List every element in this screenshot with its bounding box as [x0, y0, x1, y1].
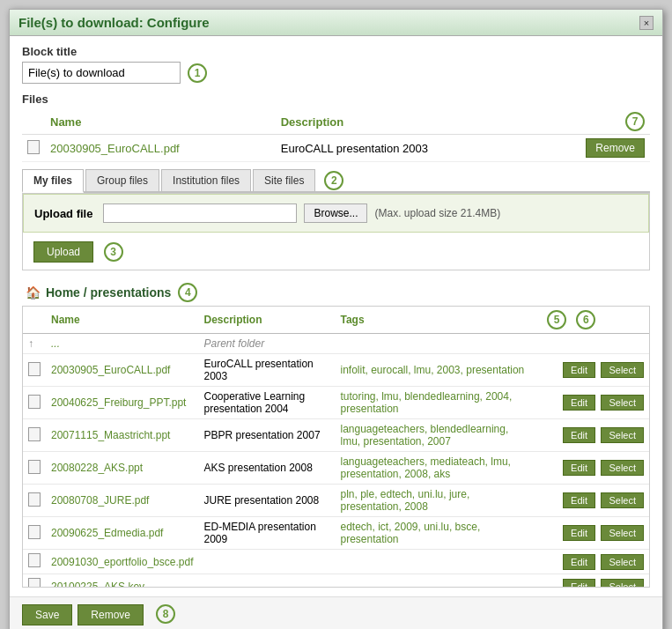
fl-file-link[interactable]: 20090625_Edmedia.pdf: [51, 527, 163, 539]
edit-button[interactable]: Edit: [563, 492, 595, 508]
fl-tags-cell: edtech, ict, 2009, uni.lu, bsce, present…: [335, 517, 535, 550]
fl-actions-cell: Edit Select: [535, 452, 649, 485]
edit-button[interactable]: Edit: [563, 427, 595, 443]
fl-tags-cell: tutoring, lmu, blendedlearning, 2004, pr…: [335, 387, 535, 419]
dialog-title: File(s) to download: Configure: [18, 15, 210, 30]
fl-name-cell: 20080228_AKS.ppt: [46, 452, 198, 485]
fl-th-actions: 5 6: [535, 307, 649, 334]
select-button[interactable]: Select: [601, 460, 644, 476]
select-button[interactable]: Select: [601, 525, 644, 541]
select-button[interactable]: Select: [601, 492, 644, 508]
block-title-input[interactable]: [22, 62, 181, 84]
fl-file-link[interactable]: 20080708_JURE.pdf: [51, 494, 149, 507]
fl-file-link[interactable]: 20030905_EuroCALL.pdf: [51, 364, 170, 376]
fl-desc-cell: Cooperative Learning presentation 2004: [198, 387, 335, 419]
save-button[interactable]: Save: [22, 604, 72, 625]
edit-button[interactable]: Edit: [563, 362, 595, 378]
dialog: File(s) to download: Configure × Block t…: [9, 9, 663, 629]
circle-1: 1: [188, 63, 207, 83]
circle-2: 2: [324, 171, 343, 190]
fl-actions-cell: [535, 334, 649, 354]
fl-icon-cell: ↑: [23, 334, 46, 354]
fl-file-link[interactable]: 20071115_Maastricht.ppt: [51, 429, 170, 441]
close-button[interactable]: ×: [639, 16, 654, 30]
tabs-container: My files Group files Institution files S…: [22, 169, 650, 270]
fl-desc-cell: PBPR presentation 2007: [198, 419, 335, 452]
fl-th-icon: [23, 307, 46, 334]
fl-name-cell: 20080708_JURE.pdf: [46, 485, 198, 517]
remove-bottom-button[interactable]: Remove: [78, 604, 144, 625]
circle-7: 7: [625, 112, 645, 131]
fl-icon-cell: [23, 517, 46, 550]
file-list-container: Name Description Tags 5 6 ↑ ... Parent f…: [22, 306, 650, 588]
select-button[interactable]: Select: [601, 579, 644, 588]
file-icon: [28, 492, 41, 507]
tab-site-files[interactable]: Site files: [253, 169, 315, 191]
tab-institution-files[interactable]: Institution files: [161, 169, 251, 191]
circle-4: 4: [178, 283, 197, 302]
file-list-row: 20090625_Edmedia.pdf ED-MEDIA presentati…: [23, 517, 649, 550]
upload-file-input[interactable]: [103, 204, 297, 223]
select-button[interactable]: Select: [601, 554, 644, 570]
fl-tags-cell: languageteachers, blendedlearning, lmu, …: [335, 419, 535, 452]
fl-desc-cell: ED-MEDIA presentation 2009: [198, 517, 335, 550]
fl-tags-cell: [335, 334, 535, 354]
fl-file-link[interactable]: 20100225_AKS.key: [51, 581, 144, 588]
edit-button[interactable]: Edit: [563, 395, 595, 411]
fl-desc-cell: [198, 574, 335, 588]
fl-name-cell: 20040625_Freiburg_PPT.ppt: [46, 387, 198, 419]
edit-button[interactable]: Edit: [563, 579, 595, 588]
up-icon: ↑: [28, 337, 33, 350]
file-icon: [27, 140, 40, 154]
upload-button[interactable]: Upload: [33, 241, 93, 263]
fl-file-link[interactable]: 20040625_Freiburg_PPT.ppt: [51, 396, 186, 409]
fl-actions-cell: Edit Select: [535, 387, 649, 419]
fl-file-link[interactable]: 20080228_AKS.ppt: [51, 462, 143, 474]
file-list-row: 20071115_Maastricht.ppt PBPR presentatio…: [23, 419, 649, 452]
upload-btn-row: Upload 3: [23, 238, 649, 270]
files-th-actions: 7: [535, 109, 650, 135]
fl-icon-cell: [23, 354, 46, 387]
file-desc-cell: EuroCALL presentation 2003: [276, 135, 535, 162]
fl-actions-cell: Edit Select: [535, 550, 649, 574]
files-th-name: Name: [45, 109, 276, 135]
fl-tags-cell: [335, 574, 535, 588]
dialog-body: Block title 1 Files Name Description 7: [10, 36, 662, 596]
select-button[interactable]: Select: [601, 427, 644, 443]
edit-button[interactable]: Edit: [563, 460, 595, 476]
fl-tags-cell: [335, 550, 535, 574]
fl-name-cell: 20091030_eportfolio_bsce.pdf: [46, 550, 198, 574]
files-th-icon: [22, 109, 45, 135]
file-list-row: 20080708_JURE.pdf JURE presentation 2008…: [23, 485, 649, 517]
edit-button[interactable]: Edit: [563, 525, 595, 541]
file-remove-button[interactable]: Remove: [586, 138, 645, 158]
select-button[interactable]: Select: [601, 395, 644, 411]
file-icon: [28, 578, 41, 588]
fl-name-cell: 20030905_EuroCALL.pdf: [46, 354, 198, 387]
files-section: Files Name Description 7 20030: [22, 92, 650, 162]
select-button[interactable]: Select: [601, 362, 644, 378]
block-title-row: 1: [22, 62, 650, 84]
fl-actions-cell: Edit Select: [535, 419, 649, 452]
fl-name-cell[interactable]: ...: [46, 334, 198, 354]
fl-file-link[interactable]: 20091030_eportfolio_bsce.pdf: [51, 556, 193, 568]
file-icon: [28, 525, 41, 539]
file-list-row: 20100225_AKS.key Edit Select: [23, 574, 649, 588]
fl-th-name: Name: [46, 307, 198, 334]
breadcrumb-path: Home / presentations: [46, 285, 171, 300]
fl-desc-cell: Parent folder: [198, 334, 335, 354]
fl-icon-cell: [23, 387, 46, 419]
browse-button[interactable]: Browse...: [304, 204, 367, 223]
file-list-row: 20091030_eportfolio_bsce.pdf Edit Select: [23, 550, 649, 574]
file-icon: [28, 460, 41, 474]
edit-button[interactable]: Edit: [563, 554, 595, 570]
file-name-link[interactable]: 20030905_EuroCALL.pdf: [50, 142, 180, 155]
file-list-row: ↑ ... Parent folder: [23, 334, 649, 354]
tab-my-files[interactable]: My files: [22, 169, 84, 193]
file-icon: [28, 553, 41, 567]
fl-name-cell: 20090625_Edmedia.pdf: [46, 517, 198, 550]
fl-actions-cell: Edit Select: [535, 485, 649, 517]
tab-group-files[interactable]: Group files: [85, 169, 159, 191]
tabs-row: My files Group files Institution files S…: [22, 169, 650, 193]
fl-desc-cell: EuroCALL presentation 2003: [198, 354, 335, 387]
